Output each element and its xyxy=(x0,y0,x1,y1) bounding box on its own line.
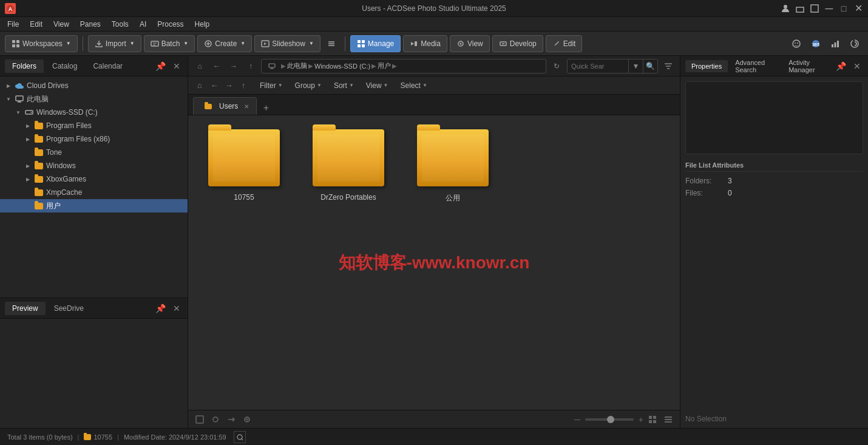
tab-close-button[interactable]: ✕ xyxy=(244,103,249,110)
filter-toolbar-btn[interactable]: Filter ▼ xyxy=(255,80,288,91)
tab-calendar[interactable]: Calendar xyxy=(86,59,130,73)
create-button[interactable]: Create ▼ xyxy=(197,35,252,52)
filter-options-button[interactable] xyxy=(662,59,675,73)
media-button[interactable]: Media xyxy=(403,35,447,52)
menu-process[interactable]: Process xyxy=(152,19,188,30)
right-tab-activity-manager[interactable]: Activity Manager xyxy=(782,56,832,76)
tree-toggle-windows[interactable]: ▶ xyxy=(24,162,32,169)
tree-item-computer[interactable]: ▼ 此电脑 xyxy=(0,92,188,106)
search-input[interactable] xyxy=(568,63,628,70)
view-toolbar-btn[interactable]: View ▼ xyxy=(361,80,393,91)
tab-preview[interactable]: Preview xyxy=(5,302,46,315)
menu-panes[interactable]: Panes xyxy=(75,19,106,30)
tree-toggle-cloud[interactable]: ▶ xyxy=(5,82,12,89)
tree-item-program-files[interactable]: ▶ Program Files xyxy=(0,119,188,132)
search-box[interactable]: ▼ 🔍 xyxy=(567,59,658,73)
tree-item-xmpcache[interactable]: XmpCache xyxy=(0,186,188,199)
refresh-button[interactable]: ↻ xyxy=(550,59,563,73)
menu-tools[interactable]: Tools xyxy=(107,19,134,30)
pin-preview-button[interactable]: 📌 xyxy=(153,304,168,313)
bottom-btn-3[interactable] xyxy=(225,413,238,426)
edit-button[interactable]: Edit xyxy=(546,35,583,52)
develop-button[interactable]: Develop xyxy=(492,35,543,52)
menu-ai[interactable]: AI xyxy=(135,19,151,30)
group-toolbar-btn[interactable]: Group ▼ xyxy=(290,80,327,91)
forward-button[interactable]: → xyxy=(227,59,240,73)
list-view-button[interactable] xyxy=(662,413,675,426)
menu-edit[interactable]: Edit xyxy=(25,19,47,30)
right-tab-advanced-search[interactable]: Advanced Search xyxy=(729,56,781,76)
tree-item-pf86[interactable]: ▶ Program Files (x86) xyxy=(0,132,188,146)
nav-forward[interactable]: → xyxy=(222,79,236,92)
tree-toggle-pf[interactable]: ▶ xyxy=(24,122,32,129)
select-toolbar-btn[interactable]: Select ▼ xyxy=(396,80,432,91)
breadcrumb[interactable]: ▶ 此电脑 ▶ Windows-SSD (C:) ▶ 用户 ▶ xyxy=(261,59,546,73)
nav-home[interactable]: ⌂ xyxy=(193,79,206,92)
back-button[interactable]: ← xyxy=(210,59,223,73)
menu-view[interactable]: View xyxy=(49,19,74,30)
zoom-plus[interactable]: + xyxy=(639,415,643,424)
bottom-btn-2[interactable] xyxy=(209,413,222,426)
folder-tree[interactable]: ▶ Cloud Drives ▼ 此电脑 ▼ Windows- xyxy=(0,76,188,297)
tree-toggle-computer[interactable]: ▼ xyxy=(5,95,12,103)
breadcrumb-drive[interactable]: Windows-SSD (C:) xyxy=(314,63,370,70)
folder-item-public[interactable]: 公用 xyxy=(404,123,501,403)
thumbnail-view-button[interactable] xyxy=(646,413,659,426)
tree-item-users[interactable]: 用户 xyxy=(0,199,188,212)
tree-item-tone[interactable]: Tone xyxy=(0,146,188,159)
status-icon-button[interactable] xyxy=(234,431,246,443)
minimize-button[interactable]: ─ xyxy=(824,4,834,13)
tab-folders[interactable]: Folders xyxy=(5,59,44,73)
tree-item-xboxgames[interactable]: ▶ XboxGames xyxy=(0,172,188,186)
home-button[interactable]: ⌂ xyxy=(193,59,206,73)
close-preview-button[interactable]: ✕ xyxy=(171,304,183,313)
stats-button[interactable] xyxy=(827,35,844,52)
tree-toggle-xbox[interactable]: ▶ xyxy=(24,175,32,183)
close-panel-button[interactable]: ✕ xyxy=(171,61,183,71)
import-button[interactable]: Import ▼ xyxy=(88,35,141,52)
file-tab-users[interactable]: Users ✕ xyxy=(193,97,257,115)
breadcrumb-folder[interactable]: 用户 xyxy=(378,61,391,70)
pin-panel-button[interactable]: 📌 xyxy=(153,61,168,71)
tree-item-cloud-drives[interactable]: ▶ Cloud Drives xyxy=(0,79,188,92)
slideshow-button[interactable]: Slideshow ▼ xyxy=(254,35,320,52)
tab-seedrive[interactable]: SeeDrive xyxy=(47,302,91,315)
close-right-button[interactable]: ✕ xyxy=(851,61,863,71)
user-icon[interactable] xyxy=(781,4,790,13)
maximize-button[interactable]: □ xyxy=(839,4,849,13)
right-tab-properties[interactable]: Properties xyxy=(685,60,728,72)
face-recognition-button[interactable] xyxy=(788,35,805,52)
pin-right-button[interactable]: 📌 xyxy=(833,61,849,71)
tree-item-drive-c[interactable]: ▼ Windows-SSD (C:) xyxy=(0,106,188,119)
365-button[interactable]: 365 xyxy=(807,35,824,52)
view-button[interactable]: View xyxy=(450,35,490,52)
close-button[interactable]: ✕ xyxy=(853,4,863,13)
search-dropdown-button[interactable]: ▼ xyxy=(628,59,643,73)
tree-item-windows[interactable]: ▶ Windows xyxy=(0,159,188,172)
breadcrumb-computer[interactable]: 此电脑 xyxy=(287,61,307,70)
tree-toggle-pf86[interactable]: ▶ xyxy=(24,135,32,143)
bottom-btn-4[interactable] xyxy=(240,413,254,426)
menu-file[interactable]: File xyxy=(2,19,24,30)
zoom-minus[interactable]: ─ xyxy=(574,415,580,424)
tree-toggle-drive[interactable]: ▼ xyxy=(15,109,22,116)
resize-icon-2[interactable] xyxy=(810,4,819,13)
sort-toolbar-btn[interactable]: Sort ▼ xyxy=(329,80,359,91)
menu-help[interactable]: Help xyxy=(190,19,215,30)
tab-catalog[interactable]: Catalog xyxy=(45,59,84,73)
nav-up[interactable]: ↑ xyxy=(237,79,250,92)
tab-add-button[interactable]: + xyxy=(259,101,273,115)
resize-icon-1[interactable] xyxy=(795,4,805,13)
zoom-slider[interactable] xyxy=(585,418,634,421)
more-options-button[interactable] xyxy=(323,35,340,52)
workspaces-button[interactable]: Workspaces ▼ xyxy=(5,35,78,52)
batch-button[interactable]: Batch ▼ xyxy=(144,35,195,52)
spiral-button[interactable] xyxy=(846,35,863,52)
zoom-thumb[interactable] xyxy=(607,416,614,423)
nav-back[interactable]: ← xyxy=(208,79,221,92)
folder-item-10755[interactable]: 10755 xyxy=(195,123,293,403)
up-button[interactable]: ↑ xyxy=(244,59,257,73)
bottom-btn-1[interactable] xyxy=(193,413,206,426)
folder-item-drzero[interactable]: DrZero Portables xyxy=(300,123,397,403)
search-execute-button[interactable]: 🔍 xyxy=(643,59,657,73)
